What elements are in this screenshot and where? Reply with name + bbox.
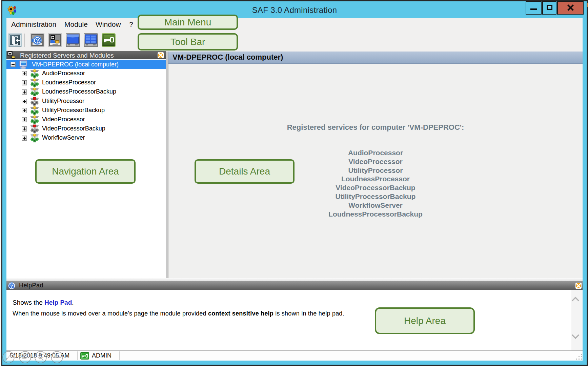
svg-text:?: ? [10, 284, 13, 289]
svg-text:?: ? [36, 38, 39, 44]
